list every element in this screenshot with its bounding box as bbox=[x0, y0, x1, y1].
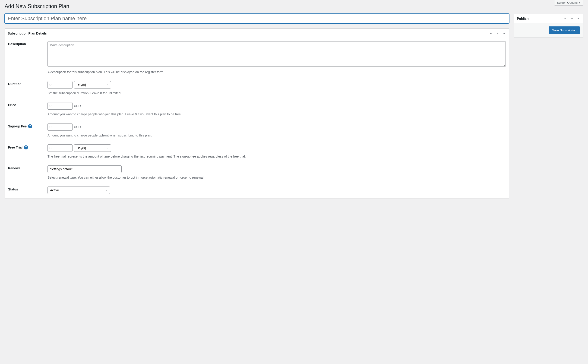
duration-input[interactable] bbox=[47, 81, 72, 89]
signup-fee-label: Sign-up Fee bbox=[8, 124, 27, 128]
renewal-help: Select renewal type. You can either allo… bbox=[47, 175, 506, 180]
duration-help: Set the subscription duration. Leave 0 f… bbox=[47, 91, 506, 96]
help-icon[interactable]: ? bbox=[28, 124, 32, 128]
renewal-label: Renewal bbox=[8, 165, 47, 170]
status-select[interactable]: Active bbox=[47, 187, 110, 194]
move-up-icon[interactable] bbox=[489, 31, 493, 35]
free-trial-input[interactable] bbox=[47, 144, 72, 152]
toggle-panel-icon[interactable] bbox=[576, 16, 580, 21]
status-label: Status bbox=[8, 187, 47, 191]
move-down-icon[interactable] bbox=[496, 31, 500, 35]
publish-panel-header: Publish bbox=[514, 14, 583, 23]
price-label: Price bbox=[8, 102, 47, 107]
description-textarea[interactable] bbox=[47, 41, 506, 67]
move-down-icon[interactable] bbox=[570, 16, 574, 21]
free-trial-help: The free trial represents the amount of … bbox=[47, 154, 506, 159]
signup-fee-input[interactable] bbox=[47, 123, 72, 131]
help-icon[interactable]: ? bbox=[24, 145, 28, 150]
price-help: Amount you want to charge people who joi… bbox=[47, 112, 506, 117]
description-help: A description for this subscription plan… bbox=[47, 70, 506, 75]
publish-box: Publish Save Subscription bbox=[514, 14, 583, 38]
save-subscription-button[interactable]: Save Subscription bbox=[549, 26, 580, 34]
plan-name-input[interactable] bbox=[5, 14, 509, 23]
publish-panel-title: Publish bbox=[517, 17, 529, 20]
screen-options-button[interactable]: Screen Options ▼ bbox=[554, 0, 583, 6]
move-up-icon[interactable] bbox=[563, 16, 567, 21]
renewal-select[interactable]: Settings default bbox=[47, 165, 122, 173]
signup-fee-currency: USD bbox=[74, 125, 81, 129]
duration-label: Duration bbox=[8, 81, 47, 86]
details-panel-header: Subscription Plan Details bbox=[5, 29, 509, 38]
subscription-plan-details-box: Subscription Plan Details Description bbox=[5, 28, 509, 198]
screen-options-label: Screen Options bbox=[557, 1, 578, 4]
price-currency: USD bbox=[74, 104, 81, 108]
toggle-panel-icon[interactable] bbox=[502, 31, 506, 35]
caret-down-icon: ▼ bbox=[579, 1, 581, 4]
details-panel-title: Subscription Plan Details bbox=[8, 32, 47, 35]
description-label: Description bbox=[8, 41, 47, 46]
duration-unit-select[interactable]: Day(s) bbox=[74, 81, 111, 89]
price-input[interactable] bbox=[47, 102, 72, 110]
signup-fee-help: Amount you want to charge people upfront… bbox=[47, 133, 506, 138]
free-trial-unit-select[interactable]: Day(s) bbox=[74, 144, 111, 152]
page-title: Add New Subscription Plan bbox=[5, 3, 583, 9]
free-trial-label: Free Trial bbox=[8, 145, 22, 149]
